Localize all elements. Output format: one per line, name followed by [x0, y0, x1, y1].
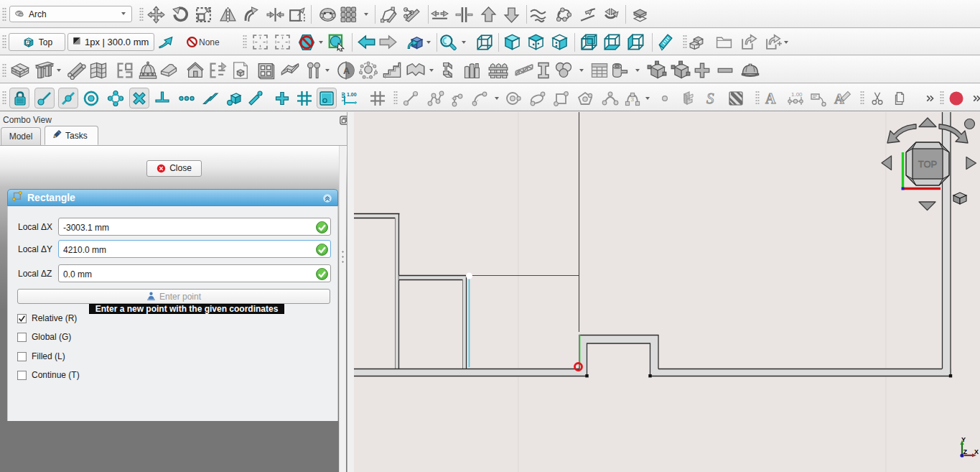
- svg-text:1.00: 1.00: [347, 92, 357, 97]
- svg-text:A: A: [765, 91, 776, 106]
- svg-text:TOP: TOP: [918, 159, 938, 170]
- svg-text:1.00: 1.00: [791, 91, 803, 98]
- svg-text:1.00: 1.00: [342, 92, 345, 102]
- svg-text:3: 3: [631, 96, 635, 103]
- svg-text:S: S: [706, 90, 714, 107]
- svg-text:Z: Z: [963, 448, 968, 455]
- svg-text:X: X: [974, 448, 979, 455]
